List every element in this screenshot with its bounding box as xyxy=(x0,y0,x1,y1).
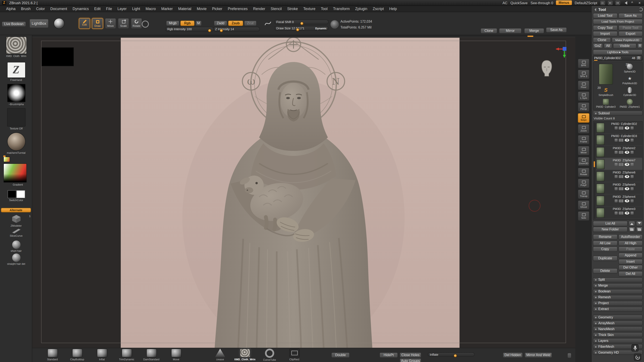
layout-grid2-icon[interactable] xyxy=(615,1,620,5)
import-button[interactable]: Import xyxy=(593,31,618,36)
menu-item[interactable]: Tool xyxy=(318,7,330,11)
menus-toggle-button[interactable]: Menus xyxy=(556,0,572,5)
auto-groups-button[interactable]: Auto Groups xyxy=(400,358,421,362)
append-button[interactable]: Append xyxy=(618,252,643,258)
list-all-button[interactable]: List All xyxy=(593,221,628,226)
export-button[interactable]: Export xyxy=(618,31,643,36)
save-as-button[interactable]: Save As xyxy=(546,27,567,33)
bottom-brush[interactable]: ClayBuildup xyxy=(66,349,88,361)
shelf-button[interactable]: Persp xyxy=(578,102,590,112)
alpha-selector[interactable]: ~BrushAlpha xyxy=(0,84,32,106)
subpalette-header[interactable]: Merge xyxy=(593,283,643,288)
subtool-row[interactable]: PM3D_ZSphere7 xyxy=(596,158,642,170)
stroke-curve-icon[interactable] xyxy=(264,20,272,29)
polypaint-icon[interactable] xyxy=(615,187,618,190)
mask-icon[interactable] xyxy=(630,138,634,141)
menu-item[interactable]: Edit xyxy=(92,7,103,11)
palette-section-header[interactable]: Layers xyxy=(593,338,643,343)
menu-item[interactable]: File xyxy=(103,7,115,11)
menu-item[interactable]: Light xyxy=(129,7,143,11)
menu-item[interactable]: Macro xyxy=(143,7,158,11)
bottom-brush[interactable]: TrimDynamic xyxy=(116,349,138,361)
goz-visible-button[interactable]: Visible xyxy=(613,43,636,49)
z-intensity-handle[interactable] xyxy=(220,29,223,32)
goz-button[interactable]: GoZ xyxy=(593,43,603,49)
menu-item[interactable]: Help xyxy=(386,7,400,11)
subtool-row[interactable]: PM3D_ZSphere2 xyxy=(596,146,642,158)
menu-item[interactable]: Zscript xyxy=(370,7,386,11)
short-hair-brush[interactable]: short hair xyxy=(0,241,32,252)
palette-section-header[interactable]: NanoMesh xyxy=(593,326,643,332)
polypaint-icon[interactable] xyxy=(615,211,618,214)
rgb-button[interactable]: Rgb xyxy=(180,20,194,26)
current-tool-r-button[interactable]: R xyxy=(636,56,642,60)
subtool-row[interactable]: PM3D_ZSphere6 xyxy=(596,170,642,182)
shelf-button[interactable]: SPix 3 xyxy=(578,69,590,79)
menu-item[interactable]: Alpha xyxy=(3,7,18,11)
focal-shift-handle[interactable] xyxy=(300,22,304,25)
default-zscript-button[interactable]: DefaultZScript xyxy=(574,1,597,5)
load-tool-button[interactable]: Load Tool xyxy=(593,13,618,18)
visibility-eye-icon[interactable] xyxy=(625,151,629,154)
visibility-eye-icon[interactable] xyxy=(625,187,629,190)
menu-item[interactable]: Document xyxy=(48,7,70,11)
del-other-button[interactable]: Del Other xyxy=(618,265,643,270)
autoreorder-button[interactable]: AutoReorder xyxy=(618,234,643,240)
tool-inventory-item[interactable]: PM3D_Cylinder3 xyxy=(594,98,618,109)
visible-count-slider[interactable]: Visible Count 8 xyxy=(593,116,643,120)
mask-icon[interactable] xyxy=(630,126,634,129)
clone-tool-button[interactable]: Clone xyxy=(593,37,611,42)
intensity-icon[interactable] xyxy=(619,187,624,190)
mask-icon[interactable] xyxy=(630,211,634,214)
subtool-row[interactable]: PM3D_Cylinder3D3 xyxy=(596,134,642,146)
shelf-button[interactable]: Zoom xyxy=(578,124,590,134)
menu-item[interactable]: Layer xyxy=(115,7,129,11)
mask-icon[interactable] xyxy=(630,175,634,178)
subpalette-header[interactable]: Boolean xyxy=(593,289,643,294)
paste-subtool-button[interactable]: Paste xyxy=(618,246,643,252)
folder-move-down-button[interactable] xyxy=(636,227,643,232)
subpalette-header[interactable]: Project xyxy=(593,301,643,306)
menu-item[interactable]: Color xyxy=(33,7,48,11)
mask-icon[interactable] xyxy=(630,199,634,202)
shelf-button[interactable]: PolyF xyxy=(578,178,590,188)
hidept-button[interactable]: HidePt xyxy=(380,352,398,358)
see-through-slider[interactable]: See-through 0 xyxy=(530,1,553,5)
sliders-icon[interactable] xyxy=(600,1,605,5)
subtool-row[interactable]: PM3D_ZSphere3 xyxy=(596,207,642,219)
mirror-and-weld-button[interactable]: Mirror And Weld xyxy=(524,352,552,358)
subpalette-header[interactable]: Remesh xyxy=(593,295,643,300)
clone-button[interactable]: Clone xyxy=(480,28,497,33)
visibility-eye-icon[interactable] xyxy=(625,138,629,141)
intensity-icon[interactable] xyxy=(619,151,624,154)
current-tool-slider[interactable]: PM3D_Cylinder3D2. 48 R xyxy=(593,55,643,61)
zmodeler-brush[interactable]: ZModeler 1 xyxy=(0,215,32,227)
folder-move-up-button[interactable] xyxy=(628,227,635,232)
make-polymesh3d-button[interactable]: Make PolyMesh3D xyxy=(612,37,643,42)
intensity-icon[interactable] xyxy=(619,163,624,166)
collapse-window-button[interactable]: ^ xyxy=(630,1,634,5)
copy-tool-button[interactable]: Copy Tool xyxy=(593,25,618,30)
main-color-picker[interactable] xyxy=(3,163,27,183)
mask-icon[interactable] xyxy=(630,151,634,154)
intensity-icon[interactable] xyxy=(619,175,624,178)
slicecurve-brush[interactable]: SliceCurve xyxy=(0,228,32,237)
primary-color-swatch[interactable] xyxy=(7,190,16,198)
mode-button[interactable]: Scale xyxy=(118,18,129,29)
inflate-handle[interactable] xyxy=(454,354,457,358)
load-tools-from-project-button[interactable]: Load Tools From Project xyxy=(593,19,643,24)
visibility-eye-icon[interactable] xyxy=(625,211,629,214)
visibility-eye-icon[interactable] xyxy=(625,163,629,166)
record-swirl-button[interactable] xyxy=(634,354,641,361)
rgb-intensity-handle[interactable] xyxy=(208,29,212,32)
shelf-button[interactable]: Rotate xyxy=(578,168,590,177)
inflate-slider[interactable]: Inflate xyxy=(428,352,474,357)
active-tool-thumbnail[interactable] xyxy=(594,63,618,86)
alternate-button[interactable]: Alternate xyxy=(1,208,31,212)
polypaint-icon[interactable] xyxy=(615,163,618,166)
polypaint-icon[interactable] xyxy=(615,126,618,129)
new-folder-button[interactable]: New Folder xyxy=(593,227,628,232)
bottom-brush[interactable]: Move xyxy=(165,349,187,361)
menu-item[interactable]: Material xyxy=(176,7,194,11)
menu-item[interactable]: Texture xyxy=(300,7,318,11)
